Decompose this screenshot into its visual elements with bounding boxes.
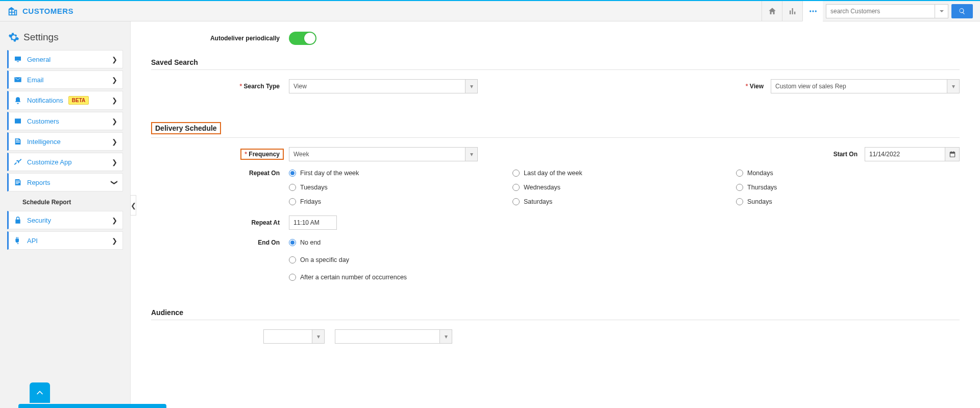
search-input[interactable] xyxy=(826,8,935,15)
sidebar-item-label: Customers xyxy=(27,117,59,125)
brand: CUSTOMERS xyxy=(7,6,74,17)
doc-icon xyxy=(14,137,22,146)
chevron-down-icon: ▾ xyxy=(947,80,959,93)
divider xyxy=(151,69,960,70)
radio-label: No end xyxy=(300,239,321,246)
chevron-right-icon: ❯ xyxy=(112,217,117,224)
select-value: Week xyxy=(289,151,465,158)
start-on-label: Start On xyxy=(834,151,865,158)
sidebar-item-label: Notifications xyxy=(27,97,63,104)
frequency-select[interactable]: Week ▾ xyxy=(289,147,478,161)
sidebar-item-api[interactable]: API ❯ xyxy=(7,231,123,250)
sidebar-item-label: Email xyxy=(27,76,44,84)
radio-label: Saturdays xyxy=(524,198,552,205)
search-button[interactable] xyxy=(951,4,973,18)
gear-icon xyxy=(8,32,19,43)
autodeliver-toggle[interactable] xyxy=(289,32,316,45)
settings-title-text: Settings xyxy=(23,32,59,43)
global-search[interactable] xyxy=(826,4,948,18)
repeat-at-input[interactable] xyxy=(289,215,337,230)
radio-label: Thursdays xyxy=(747,184,777,191)
radio-label: Fridays xyxy=(300,198,321,205)
more-button[interactable] xyxy=(802,1,823,21)
radio-label: On a specific day xyxy=(300,256,349,263)
home-button[interactable] xyxy=(762,1,782,21)
divider xyxy=(151,137,960,138)
view-select[interactable]: Custom view of sales Rep ▾ xyxy=(771,79,960,93)
svg-point-1 xyxy=(812,10,814,12)
bell-icon xyxy=(14,97,22,105)
svg-point-2 xyxy=(815,10,816,12)
end-no-end[interactable]: No end xyxy=(289,239,407,246)
radio-label: After a certain number of occurrences xyxy=(300,274,407,281)
report-icon xyxy=(14,178,22,186)
sidebar-item-label: Customize App xyxy=(27,158,71,166)
sidebar-item-security[interactable]: Security ❯ xyxy=(7,211,123,229)
chevron-down-icon: ▾ xyxy=(465,80,477,93)
repeat-at-label: Repeat At xyxy=(187,219,289,226)
autodeliver-label: Autodeliver periodically xyxy=(187,35,289,42)
repeat-saturdays[interactable]: Saturdays xyxy=(512,198,736,205)
audience-select-1[interactable]: ▾ xyxy=(263,329,325,344)
sidebar-item-label: Security xyxy=(27,217,51,224)
svg-point-0 xyxy=(810,10,811,12)
search-type-label: Search Type xyxy=(187,83,289,90)
card-icon xyxy=(14,117,22,125)
sidebar-item-reports[interactable]: Reports ❯ xyxy=(7,173,123,191)
end-specific-day[interactable]: On a specific day xyxy=(289,256,407,263)
frequency-label: * Frequency xyxy=(240,149,284,160)
sidebar-item-notifications[interactable]: Notifications BETA ❯ xyxy=(7,91,123,110)
sidebar-item-customers[interactable]: Customers ❯ xyxy=(7,112,123,130)
repeat-on-label: Repeat On xyxy=(187,170,289,212)
calendar-icon xyxy=(949,151,956,158)
sidebar-item-label: General xyxy=(27,56,51,63)
dots-icon xyxy=(808,7,818,16)
sidebar-subitem-schedule-report[interactable]: Schedule Report xyxy=(7,194,123,211)
scroll-top-button[interactable] xyxy=(30,382,50,403)
calendar-button[interactable] xyxy=(945,147,960,161)
analytics-button[interactable] xyxy=(782,1,802,21)
search-icon xyxy=(959,8,966,15)
select-value: Custom view of sales Rep xyxy=(771,83,947,90)
sidebar-item-general[interactable]: General ❯ xyxy=(7,50,123,68)
chevron-down-icon xyxy=(939,9,944,14)
sidebar-item-intelligence[interactable]: Intelligence ❯ xyxy=(7,132,123,151)
sidebar-item-label: Reports xyxy=(27,179,51,186)
brand-label: CUSTOMERS xyxy=(22,7,74,15)
start-on-input[interactable] xyxy=(865,147,945,161)
search-type-select[interactable]: View ▾ xyxy=(289,79,478,93)
sidebar-item-email[interactable]: Email ❯ xyxy=(7,70,123,89)
search-dropdown[interactable] xyxy=(935,5,948,18)
end-on-label: End On xyxy=(187,239,289,291)
audience-select-2[interactable]: ▾ xyxy=(335,329,452,344)
repeat-first-day[interactable]: First day of the week xyxy=(289,170,512,177)
audience-title: Audience xyxy=(151,308,960,317)
repeat-wednesdays[interactable]: Wednesdays xyxy=(512,184,736,191)
repeat-tuesdays[interactable]: Tuesdays xyxy=(289,184,512,191)
repeat-thursdays[interactable]: Thursdays xyxy=(736,184,960,191)
sidebar-item-customize[interactable]: Customize App ❯ xyxy=(7,153,123,171)
chevron-up-icon xyxy=(35,388,44,397)
repeat-fridays[interactable]: Fridays xyxy=(289,198,512,205)
tools-icon xyxy=(14,158,22,166)
delivery-schedule-title: Delivery Schedule xyxy=(151,122,221,134)
chevron-right-icon: ❯ xyxy=(112,138,117,146)
beta-badge: BETA xyxy=(68,96,89,105)
chevron-right-icon: ❯ xyxy=(112,97,117,104)
view-label: View xyxy=(746,83,771,90)
chevron-right-icon: ❯ xyxy=(112,56,117,63)
home-icon xyxy=(768,7,777,16)
divider xyxy=(151,320,960,320)
repeat-last-day[interactable]: Last day of the week xyxy=(512,170,736,177)
chevron-right-icon: ❯ xyxy=(112,158,117,166)
chevron-right-icon: ❯ xyxy=(112,237,117,245)
chevron-down-icon: ▾ xyxy=(465,148,477,161)
repeat-sundays[interactable]: Sundays xyxy=(736,198,960,205)
repeat-mondays[interactable]: Mondays xyxy=(736,170,960,177)
sidebar-item-label: API xyxy=(27,237,38,245)
lock-icon xyxy=(14,216,22,224)
radio-label: Sundays xyxy=(747,198,772,205)
bar-chart-icon xyxy=(788,7,797,16)
radio-label: Last day of the week xyxy=(524,170,582,177)
end-occurrences[interactable]: After a certain number of occurrences xyxy=(289,274,407,281)
